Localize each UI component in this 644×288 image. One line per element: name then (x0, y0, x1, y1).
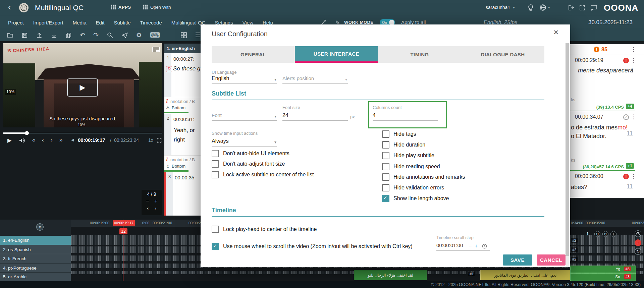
save-button[interactable]: SAVE (503, 254, 532, 266)
refresh-icon[interactable]: ↻ (635, 248, 641, 255)
checkbox-box[interactable] (382, 173, 389, 181)
chat-icon[interactable] (590, 4, 597, 11)
track-header[interactable]: 1. en-English (164, 44, 201, 53)
skip-back-icon[interactable]: « (32, 137, 35, 143)
prev-page-icon[interactable]: ‹ (147, 205, 149, 211)
save-icon[interactable] (21, 32, 28, 39)
tab-general[interactable]: GENERAL (212, 46, 295, 63)
speed-label[interactable]: 1x (148, 137, 153, 143)
target-time-3[interactable]: 00:00:36:00 (575, 173, 603, 179)
open-with-button[interactable]: Open With (143, 4, 171, 10)
play-overlay-button[interactable]: ▶ (67, 78, 98, 97)
checkbox-hide-validation-errors[interactable]: Hide validation errors (382, 184, 444, 191)
pip-icon[interactable] (152, 47, 160, 52)
track-en-english[interactable]: 1. en-English (0, 236, 71, 245)
video-fullscreen-icon[interactable] (156, 137, 162, 143)
lightbulb-icon[interactable] (527, 4, 534, 11)
target-text-1[interactable]: mente desaparecerá (570, 67, 633, 74)
download-icon[interactable] (51, 32, 57, 39)
kebab-menu-icon[interactable]: ⋮ (631, 57, 636, 63)
checkbox-box[interactable] (212, 150, 219, 157)
scrollbar-thumb[interactable] (566, 43, 569, 256)
clock-icon[interactable] (482, 244, 487, 249)
timeline-block-yellow[interactable]: نعم، على امتداد الطريق فوق الماتادور (480, 270, 570, 280)
apps-button[interactable]: APPS (111, 4, 131, 10)
upload-icon[interactable] (36, 32, 43, 39)
checkbox-hide-tags[interactable]: Hide tags (382, 130, 416, 138)
checkbox-dont-auto-hide-ui[interactable]: Don't auto-hide UI elements (212, 150, 289, 157)
checkbox-mouse-wheel-scroll[interactable]: Use mouse wheel to scroll the video (Zoo… (212, 243, 413, 250)
video-progress-bar[interactable] (3, 131, 162, 135)
cancel-button[interactable]: CANCEL (537, 254, 566, 266)
menu-timecode[interactable]: Timecode (140, 20, 162, 25)
logout-icon[interactable] (568, 4, 574, 11)
checkbox-box[interactable] (212, 160, 219, 168)
checkbox-box[interactable] (212, 171, 219, 178)
right-timeline-block[interactable]: Sa #3 (570, 273, 636, 281)
checkbox-hide-annotations[interactable]: Hide annotations and remarks (382, 173, 465, 181)
redo-icon[interactable]: ↷ (93, 32, 99, 39)
checkbox-box[interactable] (382, 184, 389, 191)
copy-icon[interactable] (65, 32, 72, 39)
fullscreen-icon[interactable] (579, 4, 586, 11)
show-time-actions-select[interactable]: Always ▾ (212, 138, 277, 147)
subtitle-text-line1[interactable]: Yeah, or (174, 127, 195, 134)
checkbox-box[interactable] (382, 195, 389, 202)
subtitle-row-2[interactable]: 2 00:00:31: Yeah, or right (164, 114, 201, 156)
checkbox-hide-play-subtitle[interactable]: Hide play subtitle (382, 152, 434, 159)
subtitle-row-1[interactable]: 1 00:00:27: D So these g (164, 53, 201, 97)
checkbox-box[interactable] (382, 152, 389, 159)
next-page-icon[interactable]: › (155, 205, 156, 211)
track-ar-arabic[interactable]: 5. ar-Arabic (0, 273, 71, 281)
gear-icon[interactable]: ⚙ (136, 32, 142, 39)
undo-icon[interactable]: ↶ (80, 32, 85, 39)
checkbox-lock-active-subtitle[interactable]: Lock active subtitle to center of the li… (212, 171, 314, 178)
menu-project[interactable]: Project (8, 20, 24, 25)
checkbox-box[interactable] (382, 163, 389, 170)
checkbox-hide-duration[interactable]: Hide duration (382, 141, 425, 149)
subtitle-row-3-active[interactable]: 3 00:00:35 (164, 172, 201, 216)
skip-forward-icon[interactable]: » (59, 137, 62, 143)
kebab-menu-icon[interactable]: ⋮ (631, 47, 636, 52)
menu-import-export[interactable]: Import/Export (33, 20, 63, 25)
tab-user-interface[interactable]: USER INTERFACE (295, 46, 378, 63)
progress-thumb[interactable] (25, 131, 29, 135)
add-track-button[interactable]: + (635, 239, 641, 246)
checkbox-box[interactable] (212, 226, 219, 233)
row-start-time[interactable]: 00:00:27: (173, 56, 195, 62)
volume-icon[interactable] (19, 137, 25, 143)
error-count-badge[interactable]: 85 (601, 47, 607, 53)
zoom-out-button[interactable]: − (146, 198, 149, 204)
subtitle-text[interactable]: So these g (173, 65, 200, 72)
step-minus-button[interactable]: − (469, 243, 472, 249)
timeline-block-green[interactable]: لقد اختفى هؤلاء الرجال للتو (354, 270, 427, 280)
reload-icon[interactable]: ↺ (602, 231, 608, 237)
add-icon[interactable]: + (610, 231, 616, 237)
playhead-time-chip[interactable]: 00:00:19:17 (113, 220, 135, 226)
checkbox-hide-reading-speed[interactable]: Hide reading speed (382, 163, 440, 170)
subtitle-text-line2[interactable]: right (174, 136, 185, 143)
checkbox-show-line-length[interactable]: Show line length above (382, 195, 449, 202)
back-icon[interactable]: ‹ (8, 2, 11, 12)
app-logo-icon[interactable] (19, 3, 29, 13)
target-time-2[interactable]: 00:00:34:07 (575, 114, 603, 120)
search-icon[interactable] (107, 32, 113, 39)
checkbox-box[interactable] (212, 243, 219, 250)
target-text-2-line1[interactable]: o de estrada mesmo! (571, 124, 628, 131)
columns-count-input[interactable]: 4 (373, 112, 438, 121)
collapse-down-icon[interactable]: ▼ (36, 223, 44, 231)
target-time-1[interactable]: 00:00:29:19 (575, 57, 603, 63)
menu-media[interactable]: Media (73, 20, 87, 25)
prev-frame-icon[interactable]: ◀ (71, 138, 74, 142)
next-subtitle-icon[interactable]: › (51, 137, 53, 143)
loop-icon[interactable]: ↻ (594, 231, 600, 237)
layout-grid-icon[interactable] (181, 32, 187, 38)
tab-dialogue-dash[interactable]: DIALOGUE DASH (461, 46, 544, 63)
font-size-input[interactable]: 24 (282, 112, 348, 121)
checkbox-dont-auto-adjust-font[interactable]: Don't auto-adjust font size (212, 160, 285, 168)
zoom-in-button[interactable]: + (154, 198, 157, 204)
kebab-menu-icon[interactable]: ⋮ (631, 114, 636, 120)
scroll-step-field[interactable]: 00:00:01:00 − + (436, 242, 490, 251)
menu-subtitle[interactable]: Subtitle (114, 20, 130, 25)
target-text-3[interactable]: abes? (571, 184, 587, 191)
